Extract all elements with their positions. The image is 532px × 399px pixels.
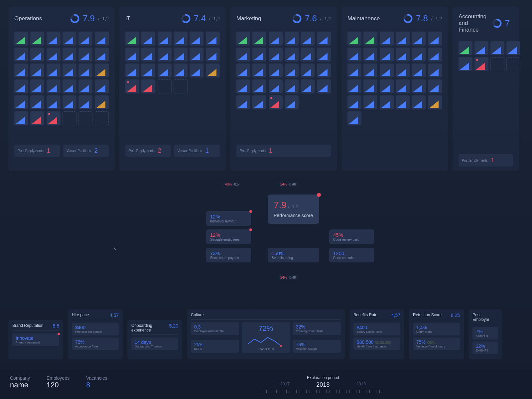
metric-box[interactable]: 0.3Employee referral rate	[191, 322, 239, 335]
employee-cell[interactable]	[380, 95, 394, 109]
metric-success-empoyees[interactable]: 73%Success empoyees	[206, 248, 251, 262]
employee-cell[interactable]	[347, 79, 361, 93]
employee-cell[interactable]	[428, 64, 442, 77]
employee-cell[interactable]	[363, 64, 377, 77]
metric-benefits-rating[interactable]: 150%Benefits rating	[268, 248, 319, 262]
employee-cell[interactable]	[301, 48, 315, 62]
employee-cell[interactable]	[506, 41, 520, 55]
employee-cell[interactable]	[347, 32, 361, 46]
employee-cell[interactable]	[174, 32, 188, 46]
employee-cell[interactable]	[380, 64, 394, 77]
employee-cell[interactable]	[30, 32, 44, 46]
employee-cell[interactable]	[47, 79, 61, 93]
employee-cell[interactable]	[428, 79, 442, 93]
employee-cell[interactable]	[63, 32, 76, 46]
employee-cell[interactable]	[14, 111, 28, 125]
employee-cell[interactable]	[158, 64, 172, 77]
dept-maintanence[interactable]: Maintanence 7.8 / -1,2	[341, 7, 448, 171]
employee-cell[interactable]	[301, 64, 315, 77]
employee-cell[interactable]	[474, 57, 488, 71]
employee-cell[interactable]	[190, 64, 203, 77]
summary-culture[interactable]: Culture0.3Employee referral rate72%Leade…	[187, 309, 345, 359]
metric-box[interactable]: 75% /25%Voluntary/ Involunatry	[413, 337, 460, 350]
employee-cell[interactable]	[78, 48, 92, 62]
metric-box[interactable]: InnovatePrimary sentiment	[12, 333, 59, 346]
employee-cell[interactable]	[158, 79, 172, 93]
employee-cell[interactable]	[95, 32, 109, 46]
post-employments-box[interactable]: Post Emplyments1	[236, 145, 331, 157]
employee-cell[interactable]	[285, 64, 299, 77]
employee-cell[interactable]	[47, 48, 61, 62]
metric-individual-burnout[interactable]: 12%Individual burnout	[206, 211, 251, 226]
employee-cell[interactable]	[301, 79, 315, 93]
performance-score-card[interactable]: 7.9 / -1,2 Performance score	[268, 195, 319, 224]
employee-cell[interactable]	[63, 79, 76, 93]
employee-cell[interactable]	[285, 32, 299, 46]
employee-cell[interactable]	[428, 95, 442, 109]
employee-cell[interactable]	[236, 48, 250, 62]
employee-cell[interactable]	[285, 95, 299, 109]
employee-cell[interactable]	[78, 79, 92, 93]
summary-hire-pace[interactable]: Hire pace4,57$400Hire cost per person75%…	[68, 309, 123, 359]
metric-box[interactable]: 14 daysOnboarding Timeline	[131, 337, 178, 350]
employee-cell[interactable]	[125, 79, 139, 93]
employee-cell[interactable]	[125, 64, 139, 77]
employee-cell[interactable]	[412, 64, 426, 77]
employee-cell[interactable]	[14, 64, 28, 77]
employee-cell[interactable]	[125, 32, 139, 46]
summary-retention-score[interactable]: Retention Score8,251,4%Churn Ratio75% /2…	[409, 309, 464, 359]
employee-cell[interactable]	[30, 48, 44, 62]
employee-cell[interactable]	[78, 111, 92, 125]
employee-cell[interactable]	[347, 48, 361, 62]
employee-cell[interactable]	[412, 32, 426, 46]
summary-onboarding-experience[interactable]: Onboarding experience5,2014 daysOnboardi…	[127, 320, 182, 359]
metric-struggle-employees[interactable]: 12%Struggle employees	[206, 229, 251, 244]
employee-cell[interactable]	[14, 48, 28, 62]
employee-cell[interactable]	[78, 32, 92, 46]
metric-box[interactable]: 32%Training Comp. Rate	[293, 322, 341, 335]
employee-cell[interactable]	[317, 79, 331, 93]
employee-cell[interactable]	[95, 64, 109, 77]
employee-cell[interactable]	[317, 32, 331, 46]
employee-cell[interactable]	[506, 57, 520, 71]
employee-cell[interactable]	[412, 48, 426, 62]
timeline[interactable]: Exploration period 201720182019	[124, 375, 522, 393]
employee-cell[interactable]	[206, 64, 220, 77]
employee-cell[interactable]	[396, 95, 410, 109]
employee-cell[interactable]	[236, 32, 250, 46]
employee-cell[interactable]	[141, 32, 155, 46]
vacant-positions-box[interactable]: Vacant Positions2	[63, 145, 109, 157]
employee-cell[interactable]	[363, 95, 377, 109]
metric-box[interactable]: $80,500 /$120.300Heath Care Insurance	[353, 337, 400, 350]
employee-cell[interactable]	[30, 111, 44, 125]
employee-cell[interactable]	[47, 32, 61, 46]
employee-cell[interactable]	[285, 79, 299, 93]
employee-cell[interactable]	[206, 32, 220, 46]
employee-cell[interactable]	[14, 79, 28, 93]
employee-cell[interactable]	[14, 95, 28, 109]
employee-cell[interactable]	[363, 79, 377, 93]
employee-cell[interactable]	[236, 95, 250, 109]
employee-cell[interactable]	[236, 79, 250, 93]
employee-cell[interactable]	[141, 79, 155, 93]
employee-cell[interactable]	[252, 32, 266, 46]
post-employments-box[interactable]: Post Emplyments1	[459, 154, 513, 167]
employee-cell[interactable]	[47, 95, 61, 109]
metric-box[interactable]: 75%Acceptance Rate	[72, 337, 119, 350]
metric-box[interactable]: 12%Ex-ENPS	[472, 341, 498, 354]
metric-box[interactable]: $400Hire cost per person	[72, 323, 119, 335]
metric-box[interactable]: 76%Vacation Usage	[293, 340, 341, 353]
employee-cell[interactable]	[252, 64, 266, 77]
employee-cell[interactable]	[63, 95, 76, 109]
employee-cell[interactable]	[269, 64, 283, 77]
employee-cell[interactable]	[396, 64, 410, 77]
employee-cell[interactable]	[347, 95, 361, 109]
employee-cell[interactable]	[190, 32, 203, 46]
metric-box[interactable]: 1,4%Churn Ratio	[413, 323, 460, 335]
employee-cell[interactable]	[78, 64, 92, 77]
employee-cell[interactable]	[236, 64, 250, 77]
employee-cell[interactable]	[412, 79, 426, 93]
dept-accounting-and-finance[interactable]: Accounting and Finance 7 Post Emplyments…	[453, 7, 519, 171]
employee-cell[interactable]	[285, 48, 299, 62]
metric-code-commits[interactable]: 1200Code commits	[329, 248, 374, 262]
